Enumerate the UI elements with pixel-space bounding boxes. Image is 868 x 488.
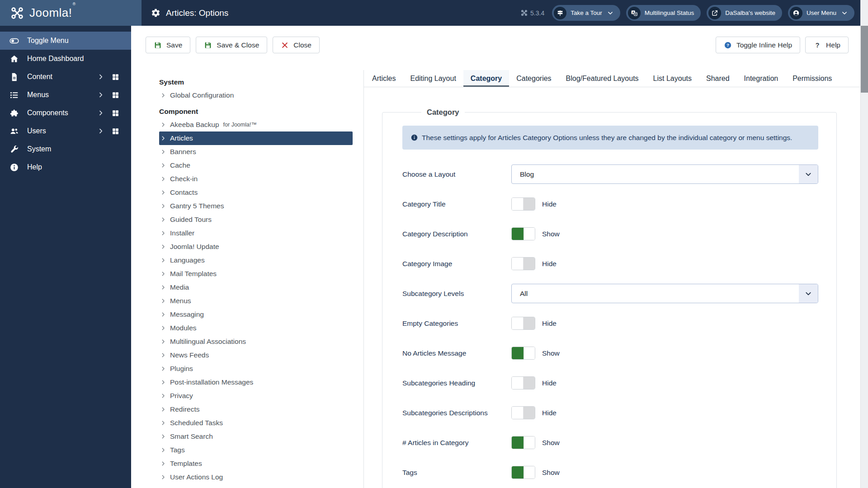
subcategory-levels-select[interactable]: All — [511, 284, 818, 303]
options-item-modules[interactable]: Modules — [159, 321, 353, 335]
field-control: Show — [511, 227, 818, 240]
toggle-state-label: Show — [542, 439, 560, 447]
options-item-user-actions-log[interactable]: User Actions Log — [159, 470, 353, 484]
options-item-multilingual-associations[interactable]: Multilingual Associations — [159, 335, 353, 348]
articles-in-category-toggle[interactable] — [511, 436, 535, 449]
field-label: Empty Categories — [402, 319, 511, 328]
options-item-label: Articles — [170, 134, 193, 142]
field-label: No Articles Message — [402, 349, 511, 357]
options-item-users[interactable]: Users — [159, 484, 353, 488]
grid-icon[interactable] — [112, 91, 119, 99]
take-a-tour-pill[interactable]: Take a Tour — [552, 5, 620, 21]
users-icon — [9, 127, 19, 136]
empty-categories-toggle[interactable] — [511, 317, 535, 330]
options-item-joomla-update[interactable]: Joomla! Update — [159, 240, 353, 253]
toggle-half-left — [512, 436, 524, 449]
tab-editing-layout[interactable]: Editing Layout — [403, 70, 463, 87]
choose-a-layout-select[interactable]: Blog — [511, 164, 818, 184]
options-item-smart-search[interactable]: Smart Search — [159, 430, 353, 443]
tab-permissions[interactable]: Permissions — [785, 70, 839, 87]
field-row-empty-categories: Empty CategoriesHide — [402, 314, 818, 333]
grid-icon[interactable] — [112, 127, 119, 135]
tab-categories[interactable]: Categories — [509, 70, 558, 87]
no-articles-message-toggle[interactable] — [511, 347, 535, 360]
options-item-tags[interactable]: Tags — [159, 443, 353, 457]
chevron-down-icon — [841, 10, 848, 16]
toggle-half-right — [524, 198, 535, 210]
user-menu-pill[interactable]: User Menu — [788, 5, 854, 21]
options-item-plugins[interactable]: Plugins — [159, 362, 353, 375]
dasalba-s-website-pill[interactable]: DaSalba's website — [707, 5, 782, 21]
sidebar-item-menus[interactable]: Menus — [0, 86, 131, 104]
grid-icon[interactable] — [112, 109, 119, 117]
help-circle-icon: ? — [724, 41, 732, 49]
sidebar-item-users[interactable]: Users — [0, 122, 131, 140]
tags-toggle[interactable] — [511, 466, 535, 479]
options-item-redirects[interactable]: Redirects — [159, 403, 353, 416]
options-item-articles[interactable]: Articles — [159, 131, 353, 145]
chevron-right-icon — [160, 230, 166, 236]
options-item-banners[interactable]: Banners — [159, 145, 353, 159]
tab-list-layouts[interactable]: List Layouts — [646, 70, 699, 87]
options-item-label: Scheduled Tasks — [170, 419, 223, 427]
svg-text:?: ? — [726, 42, 729, 47]
user-circle-icon — [793, 9, 800, 17]
tab-shared[interactable]: Shared — [699, 70, 737, 87]
sidebar-item-content[interactable]: Content — [0, 68, 131, 86]
toggle-inline-help-button[interactable]: ?Toggle Inline Help — [716, 37, 800, 53]
options-item-installer[interactable]: Installer — [159, 226, 353, 240]
options-item-contacts[interactable]: Contacts — [159, 186, 353, 199]
scrollbar-thumb[interactable] — [861, 26, 868, 93]
toggle-half-right — [524, 436, 535, 449]
scrollbar-track[interactable] — [860, 0, 868, 488]
options-item-cache[interactable]: Cache — [159, 159, 353, 172]
category-description-toggle[interactable] — [511, 227, 535, 240]
tab-category[interactable]: Category — [463, 70, 509, 87]
options-item-akeeba-backup[interactable]: Akeeba Backupfor Joomla!™ — [159, 118, 353, 131]
options-item-post-installation-messages[interactable]: Post-installation Messages — [159, 375, 353, 389]
toggle-state-label: Hide — [542, 319, 557, 328]
chevron-right-icon — [160, 217, 166, 222]
options-item-languages[interactable]: Languages — [159, 253, 353, 267]
options-item-scheduled-tasks[interactable]: Scheduled Tasks — [159, 416, 353, 430]
multilingual-status-pill[interactable]: AMultilingual Status — [626, 5, 701, 21]
sidebar-item-help[interactable]: Help — [0, 158, 131, 176]
options-item-mail-templates[interactable]: Mail Templates — [159, 267, 353, 281]
options-item-guided-tours[interactable]: Guided Tours — [159, 213, 353, 226]
save-button[interactable]: Save — [146, 37, 190, 53]
subcategories-descriptions-toggle[interactable] — [511, 406, 535, 419]
category-image-toggle[interactable] — [511, 257, 535, 270]
options-item-news-feeds[interactable]: News Feeds — [159, 348, 353, 362]
tab-integration[interactable]: Integration — [737, 70, 786, 87]
options-item-privacy[interactable]: Privacy — [159, 389, 353, 403]
options-item-label: Multilingual Associations — [170, 338, 246, 346]
sidebar-item-system[interactable]: System — [0, 140, 131, 158]
options-item-media[interactable]: Media — [159, 281, 353, 294]
options-item-label: Menus — [170, 297, 191, 305]
close-button[interactable]: Close — [273, 37, 320, 53]
grid-icon[interactable] — [112, 73, 119, 81]
app-header: Joomla!® Articles: Options 5.3.4 — [0, 0, 868, 26]
options-item-gantry-5-themes[interactable]: Gantry 5 Themes — [159, 199, 353, 213]
category-title-toggle[interactable] — [511, 197, 535, 211]
joomla-logo[interactable]: Joomla!® — [0, 0, 142, 26]
options-item-templates[interactable]: Templates — [159, 457, 353, 470]
sidebar-item-toggle-menu[interactable]: Toggle Menu — [0, 32, 131, 50]
options-item-global-configuration[interactable]: Global Configuration — [159, 89, 353, 102]
options-item-label: News Feeds — [170, 351, 209, 359]
tab-blog-featured-layouts[interactable]: Blog/Featured Layouts — [559, 70, 646, 87]
options-item-label: Guided Tours — [170, 216, 212, 224]
sidebar-item-extras — [98, 127, 119, 135]
options-item-messaging[interactable]: Messaging — [159, 308, 353, 321]
sidebar-item-home-dashboard[interactable]: Home Dashboard — [0, 50, 131, 68]
help-button[interactable]: ?Help — [805, 37, 849, 53]
tab-articles[interactable]: Articles — [365, 70, 403, 87]
field-row-subcategories-descriptions: Subcategories DescriptionsHide — [402, 403, 818, 422]
save-close-button[interactable]: Save & Close — [196, 37, 267, 53]
options-item-check-in[interactable]: Check-in — [159, 172, 353, 186]
sidebar-item-components[interactable]: Components — [0, 104, 131, 122]
chevron-right-icon — [160, 447, 166, 453]
toggle-state-label: Show — [542, 349, 560, 357]
options-item-menus[interactable]: Menus — [159, 294, 353, 308]
subcategories-heading-toggle[interactable] — [511, 376, 535, 389]
